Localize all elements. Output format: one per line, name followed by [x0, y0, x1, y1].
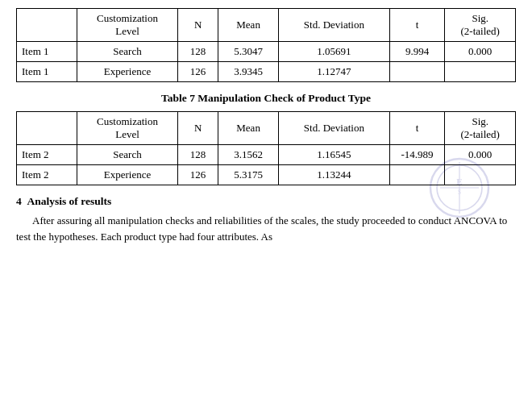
table1-header-t: t [389, 9, 445, 42]
table1-cell-r0-c3: 5.3047 [218, 42, 279, 62]
table1-cell-r1-c0: Item 1 [17, 62, 77, 82]
table2-header-customization: CustomizationLevel [77, 112, 178, 145]
table1-cell-r0-c0: Item 1 [17, 42, 77, 62]
table1-cell-r1-c2: 126 [178, 62, 218, 82]
table2-header-mean: Mean [218, 112, 279, 145]
table1-cell-r0-c1: Search [77, 42, 178, 62]
table1-header-empty [17, 9, 77, 42]
table1-cell-r1-c3: 3.9345 [218, 62, 279, 82]
table1-cell-r0-c5: 9.994 [389, 42, 445, 62]
table1-cell-r1-c1: Experience [77, 62, 178, 82]
table2-title: Table 7 Manipulation Check of Product Ty… [16, 92, 516, 105]
table2-cell-r1-c3: 5.3175 [218, 165, 279, 185]
table2-cell-r0-c2: 128 [178, 145, 218, 165]
table2-cell-r1-c1: Experience [77, 165, 178, 185]
table1-header-sig: Sig.(2-tailed) [445, 9, 516, 42]
table1-cell-r1-c5 [389, 62, 445, 82]
table2-cell-r0-c1: Search [77, 145, 178, 165]
table2-cell-r1-c4: 1.13244 [279, 165, 390, 185]
table2-cell-r0-c3: 3.1562 [218, 145, 279, 165]
table1-cell-r1-c6 [445, 62, 516, 82]
table2-header-n: N [178, 112, 218, 145]
table2-header-t: t [389, 112, 445, 145]
table-row: Item 1Search1285.30471.056919.9940.000 [17, 42, 516, 62]
table2-cell-r0-c0: Item 2 [17, 145, 77, 165]
table2-cell-r1-c0: Item 2 [17, 165, 77, 185]
analysis-section: E S 4 Analysis of results After assuring… [16, 195, 516, 244]
watermark-icon: E S [427, 156, 492, 220]
table2-header-sig: Sig.(2-tailed) [445, 112, 516, 145]
table1-header-std: Std. Deviation [279, 9, 390, 42]
table1-header-customization: CustomizationLevel [77, 9, 178, 42]
table2-cell-r0-c4: 1.16545 [279, 145, 390, 165]
table1-cell-r0-c2: 128 [178, 42, 218, 62]
section-number: 4 [16, 195, 22, 207]
table2-header-std: Std. Deviation [279, 112, 390, 145]
table1-header-mean: Mean [218, 9, 279, 42]
table-row: Item 1Experience1263.93451.12747 [17, 62, 516, 82]
table1-cell-r0-c6: 0.000 [445, 42, 516, 62]
table2-cell-r1-c2: 126 [178, 165, 218, 185]
table1-cell-r1-c4: 1.12747 [279, 62, 390, 82]
table1-wrapper: CustomizationLevel N Mean Std. Deviation… [16, 8, 516, 82]
table1: CustomizationLevel N Mean Std. Deviation… [16, 8, 516, 82]
table1-header-n: N [178, 9, 218, 42]
table1-cell-r0-c4: 1.05691 [279, 42, 390, 62]
table2-header-empty [17, 112, 77, 145]
analysis-heading-text: Analysis of results [27, 195, 111, 207]
